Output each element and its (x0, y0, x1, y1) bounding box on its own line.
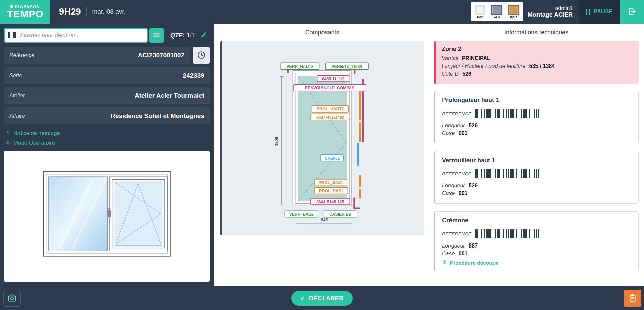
scan-input[interactable] (20, 32, 143, 39)
dimension-height: 1500 (274, 76, 284, 205)
zone-title: Zone 2 (442, 46, 633, 53)
product-preview-panel (4, 151, 210, 282)
field-row-reference: Référence ACI2307001002 (4, 47, 210, 64)
technical-info-title: Informations techniques (434, 29, 639, 36)
reference-barcode (475, 229, 541, 238)
edit-quantity-button[interactable] (201, 32, 207, 39)
row-value: 887 (469, 243, 478, 249)
diagram-label-cre001: CRE001 (321, 155, 343, 161)
qty-total: /1 (190, 32, 195, 39)
field-label: Atelier (9, 93, 25, 99)
zone-row-value: PRINCIPAL (462, 55, 490, 61)
material-alu[interactable]: ALU (490, 5, 504, 19)
component-row: Case 001 (442, 251, 632, 257)
link-label: Procédure découpe (450, 260, 499, 266)
diagram-label-prol-bas1: PROL_BAS1 (315, 179, 347, 186)
diagram-label-verr-bas2: VERR_BAS2 (285, 211, 318, 217)
row-label: Longueur (442, 183, 465, 188)
row-label: Case (442, 130, 455, 136)
dimension-width: 645 (296, 218, 352, 225)
field-row: Affaire Résidence Soleil et Montagnes (4, 107, 210, 124)
svg-text:VERR_BAS2: VERR_BAS2 (289, 212, 314, 217)
notice-montage-link[interactable]: Notice de montage (5, 130, 208, 136)
mode-operatoire-link[interactable]: Mode Opératoire (5, 140, 208, 146)
zone-row-label: Largeur / Hauteur Fond de feuillure (442, 63, 525, 69)
user-role: Montage ACIER (528, 11, 573, 18)
field-value: Résidence Soleil et Montagnes (111, 112, 204, 120)
clock-time: 9H29 (59, 7, 81, 17)
app-logo: DIAPASON TEMPO (0, 0, 50, 24)
diagram-label-prol-haut2: PROL_HAUT2 (312, 106, 349, 112)
material-label: ALU (493, 16, 500, 19)
svg-text:CRE001: CRE001 (325, 156, 340, 161)
component-card-prolongateur: Prolongateur haut 1 REFERENCE Longueur 5… (434, 91, 639, 143)
material-bois[interactable]: BOIS (507, 5, 521, 19)
material-pvc[interactable]: PVC (473, 5, 487, 19)
quantity-indicator: QTE: 1/1 (170, 32, 195, 39)
camera-button[interactable] (3, 290, 21, 307)
main-content: Composants 1500 (214, 24, 644, 286)
bottom-bar: ✓ DÉCLARER (0, 286, 644, 310)
component-card-cremone: Crémone REFERENCE Longueur 887 Case 001 (434, 211, 639, 271)
current-date: mar. 08 avr. (92, 8, 126, 15)
list-button[interactable] (149, 28, 164, 43)
reference-label: REFERENCE (442, 171, 471, 176)
scan-input-wrap (4, 28, 148, 43)
clock-icon (197, 51, 206, 60)
zone-row-label: Côte D (442, 71, 459, 77)
camera-icon (7, 293, 17, 304)
diagram-label-verr-haut2: VERR_HAUT2 (281, 63, 319, 69)
field-row-atelier: Atelier Atelier Acier Tourmalet (4, 87, 210, 104)
row-label: Case (442, 190, 455, 196)
component-row: Longueur 887 (442, 243, 632, 249)
declare-button[interactable]: ✓ DÉCLARER (291, 291, 353, 306)
procedure-decoupe-link[interactable]: Procédure découpe (442, 260, 632, 266)
history-button[interactable] (193, 47, 210, 64)
orders-button[interactable] (624, 290, 641, 307)
field-row: Atelier Atelier Acier Tourmalet (4, 87, 210, 104)
row-value: 526 (469, 183, 478, 188)
link-label: Notice de montage (13, 130, 60, 136)
field-row-serie: Série 242339 (4, 67, 210, 84)
zone-row: Vantail PRINCIPAL (442, 55, 633, 61)
diagram-label-casier-b8: CASIER B8 (323, 211, 357, 217)
svg-text:VERR_HAUT2: VERR_HAUT2 (287, 64, 314, 69)
material-selector[interactable]: PVC ALU BOIS (471, 2, 523, 21)
row-label: Longueur (442, 123, 465, 128)
svg-text:9014-451-1492: 9014-451-1492 (316, 115, 344, 120)
svg-text:PROL_BAS2: PROL_BAS2 (319, 189, 344, 193)
pause-icon (586, 9, 590, 15)
download-icon (442, 260, 447, 266)
field-label: Affaire (9, 113, 25, 119)
svg-text:CASIER B8: CASIER B8 (329, 212, 351, 217)
svg-text:8641-5145-125: 8641-5145-125 (316, 200, 344, 204)
header-divider (86, 7, 87, 16)
svg-text:1500: 1500 (274, 137, 279, 146)
scan-row: QTE: 1/1 (4, 28, 210, 43)
field-value: ACI2307001002 (138, 52, 184, 59)
zone-row-label: Vantail (442, 55, 458, 61)
logout-button[interactable] (620, 0, 644, 24)
row-label: Longueur (442, 243, 465, 249)
reference-barcode (475, 169, 541, 178)
row-value: 001 (459, 251, 468, 256)
logout-icon (627, 7, 637, 17)
components-section: Composants 1500 (220, 29, 424, 286)
material-label: BOIS (510, 16, 517, 19)
diagram-label-8455: 8455-11-112 (317, 76, 349, 82)
svg-text:RENVOIANGLE_COMPAS: RENVOIANGLE_COMPAS (305, 86, 354, 90)
component-row: Longueur 526 (442, 183, 632, 189)
component-title: Crémone (442, 217, 632, 224)
zone-row-value: 526 (462, 71, 471, 77)
reference-row: REFERENCE (442, 229, 632, 238)
row-label: Case (442, 251, 455, 256)
components-diagram-panel: 1500 645 (220, 41, 424, 235)
reference-barcode (475, 109, 541, 118)
clipboard-icon (628, 294, 637, 303)
field-row-affaire: Affaire Résidence Soleil et Montagnes (4, 107, 210, 124)
diagram-label-9014: 9014-451-1492 (311, 114, 350, 120)
zone-row-value: 535 / 1384 (529, 63, 555, 69)
row-value: 526 (469, 123, 478, 128)
download-icon (5, 130, 10, 136)
pause-button[interactable]: PAUSE (579, 0, 620, 24)
